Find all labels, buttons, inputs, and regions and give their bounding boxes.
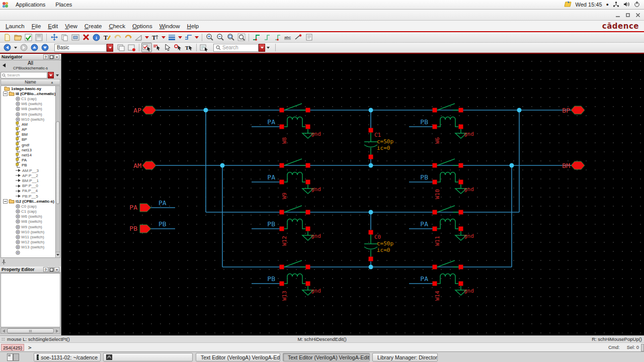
- tree-item[interactable]: C1 (cap): [1, 96, 55, 101]
- taskbar-window-app[interactable]: [103, 353, 193, 361]
- menu-file[interactable]: File: [28, 23, 45, 29]
- angle-mode-icon[interactable]: [133, 33, 144, 42]
- scope-back-icon[interactable]: [3, 63, 6, 67]
- tree-item[interactable]: AM: [1, 122, 55, 127]
- route-style-dropdown-icon[interactable]: [195, 36, 199, 39]
- tree-item[interactable]: W10 (switch): [1, 117, 55, 122]
- tree-item[interactable]: W8 (switch): [1, 107, 55, 112]
- network-icon[interactable]: [613, 2, 619, 8]
- menu-launch[interactable]: Launch: [2, 23, 28, 29]
- capacitor-C1[interactable]: C1 c=50p ic=0: [364, 128, 393, 159]
- delete-icon[interactable]: [80, 33, 91, 42]
- scroll-right-icon[interactable]: [54, 328, 60, 333]
- float-icon[interactable]: [49, 54, 54, 59]
- switch-W12[interactable]: W12 PB gnd: [267, 206, 321, 246]
- tree-item[interactable]: W10 (switch): [1, 229, 55, 234]
- scrollbar-thumb[interactable]: [56, 121, 60, 204]
- navigator-header[interactable]: Navigator ? ×: [0, 54, 61, 60]
- menu-create[interactable]: Create: [81, 23, 106, 29]
- switch-W14[interactable]: W14 PA gnd: [420, 260, 474, 301]
- expander-icon[interactable]: [3, 199, 8, 204]
- query-form-icon[interactable]: [199, 43, 209, 52]
- tree-item[interactable]: gnd!: [1, 142, 55, 147]
- switch-W6[interactable]: W6 PB gnd: [420, 104, 474, 144]
- copy-icon[interactable]: [59, 33, 70, 42]
- menu-applications[interactable]: Applications: [11, 0, 50, 9]
- menu-check[interactable]: Check: [105, 23, 129, 29]
- expander-icon[interactable]: [3, 92, 8, 96]
- create-pin-icon[interactable]: [293, 33, 304, 42]
- check-save-icon[interactable]: [23, 33, 34, 42]
- tree-item[interactable]: W9 (switch): [1, 224, 55, 229]
- tree-item[interactable]: AP:P__2: [1, 173, 55, 178]
- scroll-down-icon[interactable]: [56, 252, 60, 257]
- forward-icon[interactable]: [19, 43, 29, 52]
- tree-item[interactable]: C1 (cap): [1, 209, 55, 214]
- tree-item[interactable]: W6 (switch): [1, 214, 55, 219]
- select-mode-icon[interactable]: [141, 43, 152, 52]
- create-wire-icon[interactable]: [251, 33, 262, 42]
- taskbar-window-library-manager[interactable]: Library Manager: Directory ...rt/hom...: [372, 353, 438, 361]
- capacitor-C0[interactable]: C0 c=50p ic=0: [364, 230, 393, 261]
- tree-item[interactable]: I12 (CPBl...ematic-s): [1, 199, 55, 204]
- tree-item[interactable]: BP: [1, 137, 55, 142]
- view-mode-select[interactable]: Basic: [54, 44, 107, 52]
- tree-item[interactable]: PA:P__4: [1, 189, 55, 194]
- port-BP[interactable]: BP: [562, 106, 585, 114]
- text-style-dropdown-icon[interactable]: [162, 36, 166, 39]
- tree-item[interactable]: W13 (switch): [1, 245, 55, 250]
- hscrollbar-thumb[interactable]: [7, 328, 54, 333]
- port-AM[interactable]: AM: [133, 161, 156, 169]
- net-wires[interactable]: [151, 110, 571, 284]
- notes-icon[interactable]: [564, 1, 572, 8]
- save-icon[interactable]: [34, 33, 44, 42]
- up-hierarchy-icon[interactable]: [29, 43, 40, 52]
- port-BM[interactable]: BM: [562, 161, 585, 169]
- tree-item[interactable]: net14: [1, 152, 55, 157]
- point-select-icon[interactable]: [163, 43, 173, 52]
- properties-icon[interactable]: i: [91, 33, 102, 42]
- property-editor-header[interactable]: Property Editor ? ×: [0, 266, 61, 273]
- close-icon[interactable]: ×: [54, 54, 59, 59]
- route-style-icon[interactable]: [183, 33, 194, 42]
- distro-logo-icon[interactable]: [0, 0, 11, 10]
- navigator-search-dropdown[interactable]: [48, 72, 54, 78]
- tree-item[interactable]: [1, 250, 55, 255]
- workspace-switcher[interactable]: [7, 353, 19, 361]
- switch-W13[interactable]: W13 PB gnd: [267, 260, 321, 301]
- menu-places[interactable]: Places: [50, 0, 77, 9]
- close-icon[interactable]: ×: [54, 267, 59, 272]
- menu-edit[interactable]: Edit: [44, 23, 61, 29]
- back-dropdown-icon[interactable]: [14, 47, 17, 49]
- switch-W8[interactable]: W8 PA gnd: [267, 104, 321, 144]
- close-icon[interactable]: [635, 12, 641, 18]
- help-icon[interactable]: ?: [43, 267, 48, 272]
- tree-item[interactable]: AM:P__3: [1, 168, 55, 173]
- tree-item[interactable]: I8 (CPBlo...chematic): [1, 91, 55, 96]
- tree-item[interactable]: PB:P__5: [1, 194, 55, 199]
- menu-window[interactable]: Window: [156, 23, 184, 29]
- taskbar-window-texteditor-1[interactable]: Text Editor (VerilogA) VerilogA-Edit...: [196, 353, 280, 361]
- edit-labels-icon[interactable]: T: [102, 33, 112, 42]
- tree-item[interactable]: W12 (switch): [1, 240, 55, 245]
- down-hierarchy-icon[interactable]: [40, 43, 50, 52]
- volume-icon[interactable]: [623, 2, 630, 8]
- create-label-icon[interactable]: abc: [283, 33, 293, 42]
- tree-item[interactable]: 1stage-basic-sy: [1, 86, 55, 91]
- help-icon[interactable]: ?: [43, 54, 48, 59]
- maximize-icon[interactable]: [625, 12, 631, 18]
- name-column-header[interactable]: Name ▲: [1, 79, 60, 85]
- open-icon[interactable]: [13, 33, 23, 42]
- tree-item[interactable]: AP: [1, 127, 55, 132]
- minimize-icon[interactable]: [615, 12, 621, 18]
- hierarchy-icon[interactable]: [2, 259, 6, 265]
- sheet-badge-icon[interactable]: [126, 43, 137, 52]
- search-dropdown[interactable]: [259, 44, 265, 52]
- scope-all[interactable]: All: [0, 60, 61, 66]
- tree-item[interactable]: W6 (switch): [1, 102, 55, 107]
- schematic-canvas[interactable]: AP AM BP BM PA PA PB PB: [61, 54, 644, 335]
- zoom-out-icon[interactable]: [215, 33, 225, 42]
- switch-W9[interactable]: W9 PA gnd: [267, 159, 321, 199]
- text-style-icon[interactable]: T: [150, 33, 160, 42]
- create-instance-icon[interactable]: [70, 33, 80, 42]
